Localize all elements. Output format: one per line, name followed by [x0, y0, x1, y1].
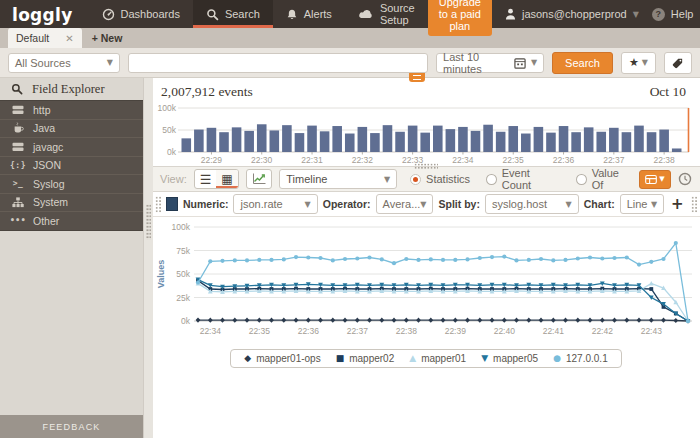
- scrollbar-grip[interactable]: [146, 204, 151, 240]
- radio-icon: [486, 174, 497, 185]
- radio-value-of[interactable]: Value Of: [576, 167, 632, 191]
- legend-marker-icon: ●: [553, 354, 561, 363]
- nav-search[interactable]: Search: [193, 0, 273, 28]
- svg-text:22:35: 22:35: [249, 326, 271, 336]
- sidebar-item-label: Syslog: [33, 178, 65, 190]
- top-navigation-bar: loggly DashboardsSearchAlertsSource Setu…: [0, 0, 700, 28]
- legend-item-mapper01[interactable]: ▲mapper01: [409, 353, 466, 364]
- sidebar-item-label: Java: [33, 122, 55, 134]
- loggly-logo[interactable]: loggly: [0, 0, 89, 28]
- upgrade-button[interactable]: Upgrade to a paid plan: [428, 0, 492, 36]
- legend-item-127-0-0-1[interactable]: ●127.0.0.1: [553, 353, 608, 364]
- sidebar-item-syslog[interactable]: >_Syslog: [0, 174, 143, 193]
- history-button[interactable]: [678, 172, 692, 186]
- radio-statistics[interactable]: Statistics: [410, 173, 470, 185]
- sidebar-item-java[interactable]: Java: [0, 119, 143, 138]
- values-line-chart[interactable]: 0k25k50k75k100kValues22:3422:3522:3622:3…: [152, 217, 700, 347]
- list-view-button[interactable]: ☰: [195, 170, 217, 188]
- clock-icon: [678, 172, 692, 186]
- svg-text:22:37: 22:37: [603, 155, 625, 165]
- sidebar-item-system[interactable]: System: [0, 193, 143, 212]
- search-input[interactable]: [128, 53, 428, 73]
- legend-item-mapper02[interactable]: ■mapper02: [336, 353, 395, 364]
- svg-text:0k: 0k: [167, 147, 177, 157]
- nav-label: Source Setup: [380, 2, 415, 26]
- legend-marker-icon: ◆: [244, 354, 251, 363]
- saved-searches-button[interactable]: ★ ▼: [621, 52, 656, 74]
- svg-text:22:35: 22:35: [503, 155, 525, 165]
- person-icon: [505, 8, 516, 20]
- caret-down-icon: ▼: [659, 175, 664, 183]
- nav-alerts[interactable]: Alerts: [273, 0, 345, 28]
- numeric-value: json.rate: [240, 198, 282, 210]
- radio-icon: [410, 174, 421, 185]
- bell-icon: [286, 8, 298, 21]
- java-icon: [11, 122, 25, 134]
- numeric-label: Numeric:: [183, 198, 229, 210]
- tag-icon: [672, 57, 684, 69]
- time-range-dropdown[interactable]: Last 10 minutes ▼: [436, 53, 544, 73]
- search-button[interactable]: Search: [552, 52, 613, 74]
- svg-text:22:38: 22:38: [396, 326, 418, 336]
- splitter-grip[interactable]: [414, 163, 438, 169]
- legend-item-mapper05[interactable]: ▼mapper05: [481, 353, 538, 364]
- sidebar-item-label: System: [33, 196, 68, 208]
- sidebar-item-other[interactable]: •••Other: [0, 211, 143, 231]
- radio-event-count[interactable]: Event Count: [486, 167, 560, 191]
- grid-view-button[interactable]: ▦: [216, 170, 238, 188]
- sidebar-item-http[interactable]: http: [0, 100, 143, 119]
- chart-type-label: Chart:: [584, 198, 615, 210]
- svg-text:22:34: 22:34: [200, 326, 222, 336]
- keyboard-hint-badge[interactable]: [409, 73, 425, 82]
- chart-type-dropdown[interactable]: Line ▼: [620, 194, 664, 214]
- sources-dropdown[interactable]: All Sources ▼: [8, 53, 120, 73]
- tag-button[interactable]: [664, 52, 692, 74]
- server-icon: [11, 142, 25, 152]
- svg-text:22:30: 22:30: [251, 155, 273, 165]
- sidebar-item-json[interactable]: {:}JSON: [0, 156, 143, 175]
- svg-text:25k: 25k: [176, 293, 190, 303]
- operator-dropdown[interactable]: Avera... ▼: [376, 194, 434, 214]
- sidebar-item-label: JSON: [33, 159, 61, 171]
- help-menu[interactable]: ? Help: [652, 8, 694, 21]
- svg-text:22:31: 22:31: [301, 155, 323, 165]
- nav-dashboards[interactable]: Dashboards: [89, 0, 193, 28]
- split-by-dropdown[interactable]: syslog.host ▼: [485, 194, 579, 214]
- legend-marker-icon: ▲: [409, 354, 416, 363]
- nav-source-setup[interactable]: Source Setup: [345, 0, 428, 28]
- sidebar-item-javagc[interactable]: javagc: [0, 137, 143, 156]
- json-icon: {:}: [11, 161, 25, 170]
- ellipsis-icon: •••: [11, 216, 25, 225]
- legend-item-mapper01-ops[interactable]: ◆mapper01-ops: [244, 353, 320, 364]
- caret-down-icon: ▼: [651, 200, 657, 209]
- user-menu[interactable]: jasons@chopperprod ▼: [505, 8, 639, 20]
- main-scrollbar[interactable]: [143, 78, 153, 438]
- timeline-dropdown[interactable]: Timeline ▼: [279, 169, 397, 189]
- star-icon: ★: [629, 56, 639, 69]
- layout-panels-button[interactable]: ▼: [639, 170, 671, 189]
- numeric-field-dropdown[interactable]: json.rate ▼: [233, 194, 317, 214]
- chart-view-button[interactable]: [246, 169, 272, 189]
- series-config-toolbar: Numeric: json.rate ▼ Operator: Avera... …: [152, 192, 700, 217]
- drag-handle[interactable]: [155, 196, 161, 213]
- search-icon: [11, 83, 23, 95]
- search-icon: [206, 8, 219, 21]
- feedback-button[interactable]: FEEDBACK: [0, 415, 143, 438]
- events-count: 2,007,912 events: [161, 84, 253, 100]
- mode-radio-group: StatisticsEvent CountValue Of: [410, 167, 632, 191]
- svg-text:75k: 75k: [176, 246, 190, 256]
- new-tab-button[interactable]: + New: [82, 28, 133, 48]
- drag-handle[interactable]: [691, 196, 697, 213]
- svg-text:Values: Values: [156, 260, 166, 289]
- help-label: Help: [671, 8, 694, 20]
- add-series-button[interactable]: +: [669, 197, 686, 212]
- svg-text:22:41: 22:41: [543, 326, 565, 336]
- field-explorer-title: Field Explorer: [32, 82, 105, 97]
- svg-text:50k: 50k: [176, 269, 190, 279]
- view-label: View:: [160, 173, 187, 185]
- svg-text:22:29: 22:29: [201, 155, 223, 165]
- events-histogram-chart[interactable]: 0k50k100k22:2922:3022:3122:3222:3322:342…: [152, 100, 700, 166]
- close-icon[interactable]: ✕: [65, 33, 73, 44]
- tab-default[interactable]: Default ✕: [8, 28, 82, 48]
- legend-label: mapper01-ops: [256, 353, 320, 364]
